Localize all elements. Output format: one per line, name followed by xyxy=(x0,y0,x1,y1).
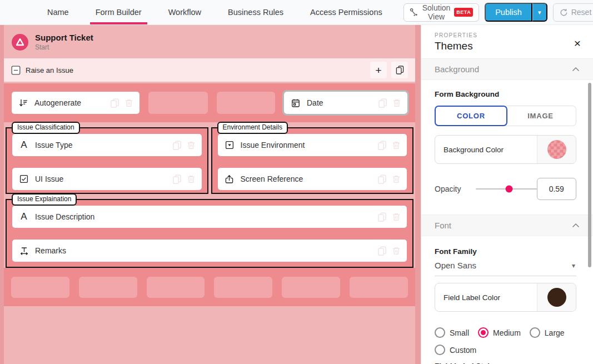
empty-field-slot[interactable] xyxy=(147,277,205,298)
field-hover-actions xyxy=(172,174,196,184)
group-label: Issue Explaination xyxy=(12,193,77,206)
field-issue-description[interactable]: A Issue Description xyxy=(12,206,407,228)
empty-field-slot[interactable] xyxy=(79,277,137,298)
field-label-color-picker[interactable] xyxy=(537,283,576,311)
field-hover-actions xyxy=(378,98,401,108)
solution-view-button[interactable]: Solution View BETA xyxy=(403,3,479,22)
field-date[interactable]: Date xyxy=(284,92,407,114)
field-label: Issue Description xyxy=(35,212,94,221)
tab-name[interactable]: Name xyxy=(42,0,74,24)
size-option-label: Custom xyxy=(450,346,476,355)
panel-title: Themes xyxy=(435,40,580,52)
tab-form-builder[interactable]: Form Builder xyxy=(90,0,147,24)
properties-panel-header: PROPERTIES Themes × xyxy=(421,25,593,58)
opacity-row: Opacity 0.59 xyxy=(435,178,576,200)
field-issue-environment[interactable]: Issue Environment xyxy=(218,134,407,156)
form-builder-canvas[interactable]: Support Ticket Start Raise an Issue + xyxy=(0,25,421,364)
field-issue-type[interactable]: A Issue Type xyxy=(12,134,202,156)
field-label-color-swatch[interactable] xyxy=(547,288,566,307)
reset-button[interactable]: Reset xyxy=(553,3,593,22)
copy-icon xyxy=(172,174,182,184)
field-autogenerate[interactable]: Autogenerate xyxy=(12,92,139,114)
trash-icon xyxy=(392,141,401,149)
font-family-label: Font Family xyxy=(435,247,576,256)
copy-icon xyxy=(378,98,387,108)
empty-field-slot[interactable] xyxy=(11,277,69,298)
form-section-bar[interactable]: Raise an Issue + xyxy=(4,58,415,82)
background-color-row[interactable]: Background Color xyxy=(435,135,576,164)
background-color-swatch[interactable] xyxy=(547,140,566,159)
opacity-slider-thumb[interactable] xyxy=(506,186,513,193)
empty-field-slot[interactable] xyxy=(148,92,208,114)
field-hover-actions xyxy=(172,141,196,150)
background-color-picker[interactable] xyxy=(537,136,576,163)
background-section-header[interactable]: Background xyxy=(421,58,593,80)
tab-image[interactable]: IMAGE xyxy=(505,106,576,126)
copy-icon xyxy=(377,212,387,222)
tab-business-rules[interactable]: Business Rules xyxy=(222,0,289,24)
font-family-select[interactable]: Open Sans ▾ xyxy=(435,261,576,276)
empty-field-slot[interactable] xyxy=(282,277,340,298)
flow-icon xyxy=(410,8,418,17)
group-issue-classification[interactable]: Issue Classification A Issue Type xyxy=(6,127,208,194)
radio-icon[interactable] xyxy=(435,327,445,338)
font-section-label: Font xyxy=(435,221,451,230)
background-section-label: Background xyxy=(435,64,479,74)
size-option-custom[interactable]: Custom xyxy=(435,345,476,355)
empty-field-slot[interactable] xyxy=(214,277,272,298)
field-label: Autogenerate xyxy=(34,98,81,107)
tab-color[interactable]: COLOR xyxy=(435,106,507,126)
textarea-icon xyxy=(18,246,29,256)
opacity-slider[interactable] xyxy=(476,188,536,190)
tab-access-permissions[interactable]: Access Permissions xyxy=(305,0,388,24)
field-hover-actions xyxy=(377,141,401,150)
font-section-header[interactable]: Font xyxy=(421,215,593,236)
process-title: Support Ticket xyxy=(35,33,93,42)
checkbox-icon xyxy=(18,174,29,183)
opacity-value-input[interactable]: 0.59 xyxy=(537,178,576,200)
field-label-color-row[interactable]: Field Label Color xyxy=(435,283,576,312)
field-remarks[interactable]: Remarks xyxy=(12,240,407,262)
size-option-medium[interactable]: Medium xyxy=(478,327,521,338)
text-field-icon: A xyxy=(18,139,29,151)
size-option-label: Small xyxy=(450,328,469,337)
radio-icon[interactable] xyxy=(435,345,445,355)
autogenerate-icon xyxy=(18,98,29,108)
field-ui-issue[interactable]: UI Issue xyxy=(12,168,202,190)
size-option-label: Medium xyxy=(493,328,521,337)
background-section-content: Form Background COLOR IMAGE Background C… xyxy=(421,90,593,364)
process-subtitle: Start xyxy=(35,43,93,51)
size-option-large[interactable]: Large xyxy=(530,327,565,338)
publish-dropdown-button[interactable]: ▾ xyxy=(532,3,547,22)
chevron-up-icon xyxy=(572,67,580,72)
panel-scrollbar[interactable] xyxy=(588,83,591,267)
top-navigation-bar: Name Form Builder Workflow Business Rule… xyxy=(0,0,593,25)
field-label: Screen Reference xyxy=(241,174,303,183)
field-hover-actions xyxy=(110,98,133,108)
group-label: Issue Classification xyxy=(12,122,80,134)
close-icon[interactable]: × xyxy=(574,37,581,49)
collapse-section-icon[interactable] xyxy=(11,66,21,75)
field-label-style-label: Field Label Style xyxy=(435,362,576,364)
copy-icon xyxy=(377,246,387,256)
opacity-label: Opacity xyxy=(435,185,461,193)
nav-tabs: Name Form Builder Workflow Business Rule… xyxy=(42,0,403,24)
field-screen-reference[interactable]: Screen Reference xyxy=(218,168,407,190)
properties-eyebrow: PROPERTIES xyxy=(435,32,580,38)
group-issue-explaination[interactable]: Issue Explaination A Issue Description xyxy=(6,199,413,268)
form-card-blank-area xyxy=(4,306,415,364)
empty-field-slot[interactable] xyxy=(217,92,275,114)
size-option-small[interactable]: Small xyxy=(435,327,469,338)
radio-icon[interactable] xyxy=(530,327,540,338)
trash-icon xyxy=(392,246,401,255)
chevron-up-icon xyxy=(572,223,580,228)
duplicate-section-button[interactable] xyxy=(391,62,408,78)
form-card: Support Ticket Start Raise an Issue + xyxy=(4,25,415,364)
publish-button[interactable]: Publish xyxy=(485,3,532,22)
empty-field-slot[interactable] xyxy=(350,277,408,298)
tab-workflow[interactable]: Workflow xyxy=(163,0,207,24)
radio-icon-checked[interactable] xyxy=(478,327,489,338)
group-environment-details[interactable]: Environment Details Issue Environment xyxy=(211,127,414,194)
form-row-groups: Issue Classification A Issue Type xyxy=(6,127,413,194)
add-section-button[interactable]: + xyxy=(370,62,387,78)
